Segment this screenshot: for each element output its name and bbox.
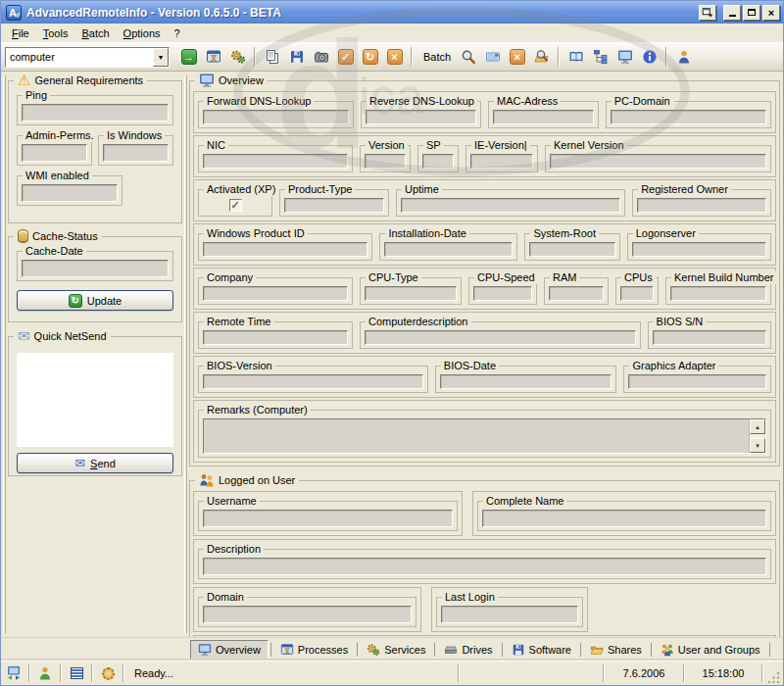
minimize-button[interactable]: [723, 5, 741, 21]
ram-field[interactable]: [549, 286, 604, 301]
computer-combobox[interactable]: ▼: [5, 47, 170, 68]
registered-owner-field[interactable]: [637, 198, 766, 213]
product-type-field[interactable]: [284, 198, 384, 213]
menu-file[interactable]: File: [5, 25, 36, 41]
connect-button[interactable]: →: [177, 46, 200, 69]
rollup-button[interactable]: [699, 5, 716, 21]
activated-checkbox[interactable]: ✓: [229, 199, 242, 212]
tab-label: Software: [529, 644, 571, 656]
ie-version-field[interactable]: [470, 154, 533, 169]
user-status-icon[interactable]: [37, 665, 53, 681]
cpu-type-field[interactable]: [365, 286, 457, 301]
cpu-speed-field[interactable]: [473, 286, 532, 301]
dock-gripper[interactable]: [3, 75, 6, 633]
tab-drives[interactable]: Drives: [437, 640, 499, 660]
panel-splitter[interactable]: [184, 75, 187, 633]
scroll-up-button[interactable]: ▲: [750, 419, 765, 434]
batch-search-button[interactable]: [530, 46, 553, 69]
confirm-button[interactable]: ✓: [334, 46, 357, 69]
tab-software[interactable]: Software: [505, 640, 578, 660]
hourglass-window-icon: [206, 49, 221, 65]
graphics-field[interactable]: [628, 374, 766, 389]
refresh-button[interactable]: ↻: [359, 46, 381, 69]
username-field[interactable]: [203, 510, 453, 527]
gear-clock-icon[interactable]: [102, 667, 115, 680]
install-date-field[interactable]: [384, 242, 513, 257]
report-button[interactable]: [564, 46, 587, 69]
batch-cancel-button[interactable]: ×: [506, 46, 528, 69]
tab-shares[interactable]: Shares: [583, 640, 649, 660]
computer-input[interactable]: [6, 48, 153, 67]
update-button[interactable]: ↻ Update: [17, 290, 173, 311]
description-label: Description: [204, 543, 264, 556]
version-field[interactable]: [365, 154, 406, 169]
ping-field[interactable]: [22, 104, 169, 122]
close-button[interactable]: ×: [762, 5, 780, 21]
grid-icon[interactable]: [71, 667, 83, 679]
send-button[interactable]: ✉ Send: [17, 453, 173, 473]
batch-scan-button[interactable]: [457, 46, 479, 69]
tab-users-groups[interactable]: User and Groups: [654, 640, 767, 660]
user-button[interactable]: [672, 46, 695, 69]
batch-netsend-button[interactable]: [481, 46, 504, 69]
tree-view-button[interactable]: [589, 46, 612, 69]
admin-perms-field[interactable]: [22, 144, 87, 162]
description-field[interactable]: [203, 558, 766, 575]
mac-field[interactable]: [493, 110, 594, 124]
remarks-scrollbar[interactable]: ▲ ▼: [749, 419, 765, 453]
sp-group: SP: [417, 145, 459, 172]
wmi-enabled-field[interactable]: [22, 184, 118, 202]
copy-button[interactable]: [261, 46, 283, 69]
resize-grip[interactable]: [767, 671, 781, 685]
registered-owner-group: Registered Owner: [632, 189, 771, 217]
warning-icon: ⚠: [18, 74, 30, 87]
computer-desc-group: Computerdescription: [360, 321, 641, 349]
screenshot-button[interactable]: [310, 46, 332, 69]
tab-services[interactable]: Services: [360, 640, 432, 660]
scroll-down-button[interactable]: ▼: [750, 438, 765, 453]
nic-field[interactable]: [203, 154, 348, 169]
info-button[interactable]: [638, 46, 661, 69]
logonserver-field[interactable]: [632, 242, 766, 257]
pc-domain-field[interactable]: [611, 110, 766, 124]
reverse-dns-field[interactable]: [366, 110, 476, 124]
domain-field[interactable]: [203, 606, 412, 623]
save-button[interactable]: [285, 46, 308, 69]
gears-icon: [367, 643, 380, 657]
last-login-field[interactable]: [441, 606, 578, 623]
kernel-version-field[interactable]: [550, 154, 766, 169]
company-field[interactable]: [203, 286, 348, 301]
tab-processes[interactable]: Processes: [273, 640, 355, 660]
is-windows-field[interactable]: [103, 144, 169, 162]
product-type-group: Product-Type: [279, 189, 389, 217]
menu-batch[interactable]: Batch: [74, 25, 116, 41]
win-product-id-field[interactable]: [203, 242, 368, 257]
netsend-message-field[interactable]: [17, 353, 173, 447]
remarks-computer-field[interactable]: ▲ ▼: [203, 418, 766, 454]
menu-help[interactable]: ?: [168, 25, 187, 41]
bios-date-field[interactable]: [440, 374, 612, 389]
menu-tools[interactable]: Tools: [36, 25, 75, 41]
menu-options[interactable]: Options: [117, 25, 168, 41]
computer-desc-field[interactable]: [365, 330, 636, 345]
remote-time-field[interactable]: [203, 330, 348, 345]
cpus-field[interactable]: [620, 286, 654, 301]
system-root-field[interactable]: [529, 242, 614, 257]
complete-name-field[interactable]: [482, 510, 766, 527]
forward-dns-field[interactable]: [203, 110, 349, 124]
tab-overview[interactable]: Overview: [190, 640, 269, 660]
bios-sn-field[interactable]: [653, 330, 766, 345]
bios-version-field[interactable]: [203, 374, 423, 389]
uptime-field[interactable]: [401, 198, 620, 213]
cache-date-field[interactable]: [22, 260, 169, 277]
kernel-build-field[interactable]: [670, 286, 766, 301]
network-transfer-icon[interactable]: [6, 665, 22, 681]
maximize-button[interactable]: [743, 5, 760, 21]
sp-field[interactable]: [422, 154, 454, 169]
abort-button[interactable]: ×: [383, 46, 406, 69]
processes-button[interactable]: [202, 46, 224, 69]
remote-desktop-button[interactable]: [613, 46, 636, 69]
services-button[interactable]: [226, 46, 249, 69]
cpu-type-group: CPU-Type: [360, 277, 462, 305]
chevron-down-icon[interactable]: ▼: [153, 48, 169, 67]
